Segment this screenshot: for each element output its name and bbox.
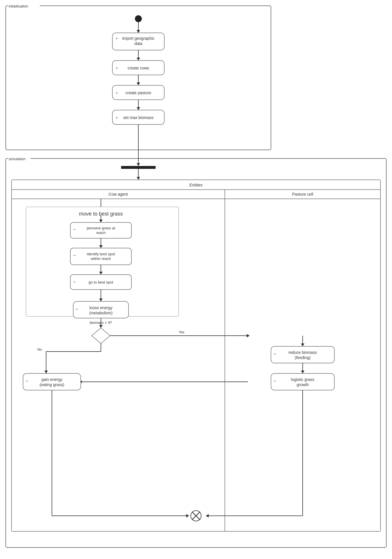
svg-text:⊢: ⊢ — [274, 379, 276, 383]
gain-energy-node — [23, 373, 81, 390]
svg-rect-2 — [0, 0, 392, 559]
svg-text:⊢: ⊢ — [116, 116, 119, 120]
svg-text:⊢: ⊢ — [274, 352, 276, 356]
sim-label: simulation — [9, 157, 26, 161]
logistic-text: logistic grass — [291, 377, 314, 382]
identify-text2: within reach — [91, 256, 111, 261]
logistic-node — [271, 373, 334, 390]
entities-header: Entities — [189, 183, 203, 187]
perceive-text2: reach — [96, 231, 106, 235]
identify-text: identify best spot — [87, 252, 115, 256]
reduce-biomass-text2: (feeding) — [295, 355, 310, 360]
logistic-text2: growth — [297, 382, 309, 387]
svg-text:⊢: ⊢ — [76, 308, 78, 311]
yes-label: Yes — [179, 330, 184, 334]
set-biomass-text: set max biomass — [123, 115, 153, 120]
gain-energy-text: gain energy — [41, 377, 62, 382]
svg-text:⊢: ⊢ — [74, 228, 76, 231]
svg-text:⊢: ⊢ — [26, 379, 29, 383]
create-cows-text: create cows — [128, 66, 149, 70]
goto-text: go to best spot — [88, 280, 113, 284]
reduce-biomass-text: reduce biomass — [289, 350, 317, 355]
biomass-q-text: biomass > 4? — [90, 320, 112, 325]
loose-energy-text2: (metabolism) — [89, 311, 113, 315]
perceive-text: perceive grass at — [87, 226, 115, 230]
loose-energy-text: loose energy — [89, 305, 112, 310]
no-label: No — [37, 348, 42, 352]
init-label: initailisation — [9, 4, 28, 8]
main-svg: initailisation ⊢ import geographic data … — [0, 0, 392, 559]
import-text2: data — [134, 41, 142, 46]
create-pasture-text: create pasture — [125, 90, 151, 95]
svg-text:⊢: ⊢ — [74, 254, 76, 257]
fork-icon: ⊢ — [116, 37, 119, 40]
import-text: import geographic — [122, 36, 154, 41]
sync-bar — [121, 166, 156, 169]
pasture-col-header: Pasture cell — [292, 192, 313, 197]
cow-col-header: Cow agent — [109, 192, 128, 197]
gain-energy-text2: (eating grass) — [39, 382, 64, 387]
initial-node — [135, 15, 142, 22]
svg-text:⊢: ⊢ — [116, 67, 119, 70]
svg-text:⊢: ⊢ — [116, 91, 119, 95]
reduce-biomass-node — [271, 346, 334, 363]
svg-text:⊢: ⊢ — [74, 280, 76, 284]
